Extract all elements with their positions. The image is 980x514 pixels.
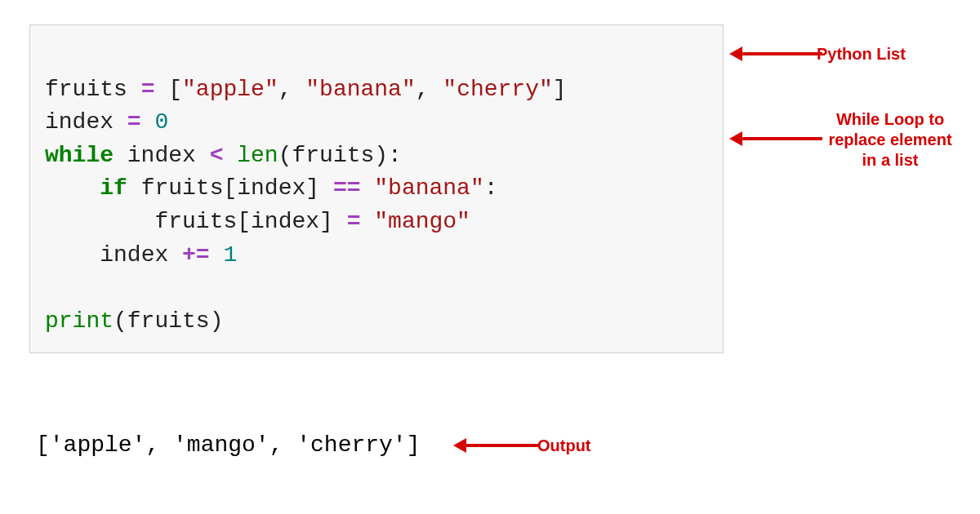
- code-token: [45, 242, 100, 268]
- code-token: "apple": [182, 77, 278, 102]
- code-token: <: [210, 143, 224, 168]
- code-token: [223, 143, 237, 168]
- code-token: (fruits):: [278, 143, 402, 168]
- code-token: [141, 109, 155, 135]
- code-token: =: [127, 109, 141, 135]
- code-token: 1: [223, 242, 237, 268]
- code-token: [154, 77, 168, 102]
- code-token: ]: [553, 77, 567, 102]
- code-token: [360, 175, 374, 201]
- code-token: index: [45, 109, 127, 135]
- code-token: fruits[index]: [127, 175, 333, 201]
- code-token: print: [45, 308, 114, 334]
- code-token: if: [100, 175, 127, 201]
- code-token: [210, 242, 224, 268]
- code-token: "banana": [374, 175, 483, 201]
- code-token: [: [168, 77, 182, 102]
- code-token: :: [484, 175, 498, 201]
- code-token: ==: [333, 175, 361, 201]
- code-token: len: [237, 143, 278, 168]
- code-token: fruits[index]: [154, 209, 346, 234]
- code-token: while: [45, 143, 114, 168]
- annotation-output: Output: [537, 436, 591, 456]
- code-token: fruits: [45, 77, 141, 102]
- code-token: index: [114, 143, 210, 168]
- code-token: "cherry": [443, 77, 552, 102]
- code-token: =: [141, 77, 155, 102]
- annotation-while-loop: While Loop to replace element in a list: [817, 109, 964, 171]
- code-token: ,: [278, 77, 306, 102]
- code-token: [360, 209, 374, 234]
- code-token: ,: [416, 77, 443, 102]
- code-token: (fruits): [114, 308, 223, 334]
- code-token: =: [347, 209, 361, 234]
- code-token: "mango": [374, 209, 470, 234]
- code-token: 0: [154, 109, 168, 135]
- code-token: index: [100, 242, 182, 268]
- code-token: "banana": [305, 77, 415, 102]
- code-block: fruits = ["apple", "banana", "cherry"] i…: [29, 24, 724, 353]
- output-text: ['apple', 'mango', 'cherry']: [36, 432, 420, 458]
- code-token: +=: [182, 242, 210, 268]
- code-token: [45, 175, 100, 201]
- annotation-python-list: Python List: [817, 44, 906, 64]
- code-token: [45, 209, 154, 234]
